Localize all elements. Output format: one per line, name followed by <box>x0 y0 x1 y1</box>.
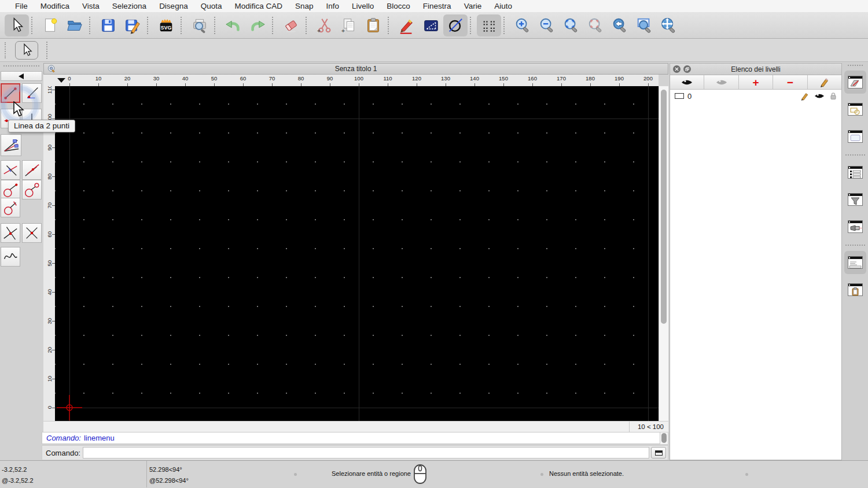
menu-item[interactable]: Aiuto <box>488 2 518 10</box>
hide-all-layers-button[interactable] <box>704 75 738 89</box>
toolbar-separator <box>306 17 308 34</box>
menu-item[interactable]: Finestra <box>417 2 458 10</box>
menu-item[interactable]: File <box>9 2 34 10</box>
measure-angle-button[interactable] <box>419 14 443 36</box>
menu-item[interactable]: Vista <box>76 2 106 10</box>
edit-pencil-icon[interactable] <box>800 92 809 101</box>
tool-cross[interactable] <box>22 223 42 243</box>
save-button[interactable] <box>96 14 120 36</box>
close-button[interactable] <box>673 65 681 73</box>
remove-layer-button[interactable]: − <box>773 75 807 89</box>
tool-relative-angle[interactable] <box>1 223 20 243</box>
zoom-redraw-icon <box>587 17 604 34</box>
select-button[interactable] <box>5 14 29 36</box>
menu-item[interactable]: Varie <box>458 2 488 10</box>
save-as-button[interactable] <box>120 14 145 36</box>
layer-visible-eye-icon[interactable] <box>814 93 825 99</box>
history-scrollbar-thumb[interactable] <box>661 433 667 443</box>
tool-tangent-point-circle[interactable] <box>1 180 20 199</box>
zoom-out-button[interactable] <box>535 14 559 36</box>
show-all-layers-button[interactable] <box>670 75 704 89</box>
redo-button[interactable] <box>245 14 270 36</box>
drawing-canvas[interactable] <box>55 86 659 421</box>
tool-orthogonal-circle[interactable] <box>1 198 20 217</box>
vruler-tick: 70 <box>43 191 55 220</box>
toolbar-handle[interactable] <box>5 42 7 58</box>
freehand-icon <box>2 248 19 265</box>
menu-item[interactable]: Disegna <box>153 2 194 10</box>
dock-command-line-button[interactable] <box>844 251 866 274</box>
palette-back-button[interactable] <box>1 71 42 81</box>
entity-list-window-icon <box>848 166 863 179</box>
float-button[interactable] <box>683 65 691 73</box>
edit-layer-button[interactable] <box>808 75 841 89</box>
copy-button[interactable]: + <box>337 14 361 36</box>
delete-button[interactable] <box>279 14 303 36</box>
svg-export-button[interactable]: SVG <box>154 14 178 36</box>
tool-tangent-two-circles[interactable] <box>22 180 42 199</box>
dock-library-browser-button[interactable] <box>844 125 866 148</box>
dock-layer-list-button[interactable] <box>844 71 866 94</box>
dock-block-list-button[interactable] <box>844 98 866 121</box>
eraser-icon <box>282 17 300 34</box>
tool-line-2-points[interactable] <box>1 83 20 103</box>
workspace: Linea da 2 punti Senza titolo 1 01020304… <box>0 62 868 460</box>
layer-list-window-icon <box>848 76 863 88</box>
tool-freehand[interactable] <box>1 247 20 267</box>
palette-handle[interactable] <box>3 65 39 67</box>
zoom-in-icon <box>514 17 531 34</box>
lock-icon[interactable] <box>830 92 837 100</box>
grid-toggle[interactable] <box>477 14 501 36</box>
paste-button[interactable] <box>361 14 385 36</box>
window-icon <box>655 450 663 456</box>
zoom-in-button[interactable] <box>510 14 535 36</box>
menu-item[interactable]: Livello <box>345 2 380 10</box>
dock-clipboard-button[interactable] <box>844 278 866 301</box>
draft-mode-toggle[interactable] <box>443 14 468 36</box>
toolbar-separator <box>46 42 49 59</box>
dock-handle[interactable] <box>848 65 863 66</box>
tool-line-bisector[interactable] <box>1 134 21 156</box>
cut-button[interactable]: + <box>312 14 337 36</box>
menu-item[interactable]: Quota <box>194 2 229 10</box>
zoom-auto-button[interactable] <box>559 14 583 36</box>
hruler-tick: 80 <box>286 75 315 86</box>
open-button[interactable] <box>62 14 87 36</box>
dock-filter-button[interactable] <box>844 188 866 211</box>
hruler-tick: 130 <box>431 75 460 86</box>
zoom-window-button[interactable] <box>632 14 656 36</box>
cursor-arrow-icon <box>8 17 25 34</box>
dock-entity-list-button[interactable] <box>844 161 866 184</box>
add-layer-button[interactable]: + <box>739 75 773 89</box>
tool-line-parallel[interactable] <box>22 160 42 180</box>
select-category-button[interactable] <box>15 41 38 60</box>
zoom-pan-button[interactable] <box>656 14 681 36</box>
command-dock-button[interactable] <box>651 447 666 459</box>
menu-item[interactable]: Modifica CAD <box>228 2 289 10</box>
pen-button[interactable] <box>395 14 419 36</box>
command-history: Comando: linemenu <box>42 432 660 444</box>
history-scrollbar[interactable] <box>660 432 668 444</box>
vruler-tick: 80 <box>43 162 55 191</box>
menu-item[interactable]: Seleziona <box>106 2 153 10</box>
menu-item[interactable]: Blocco <box>380 2 417 10</box>
zoom-redraw-button[interactable] <box>583 14 608 36</box>
menu-item[interactable]: Info <box>320 2 346 10</box>
command-input[interactable] <box>83 447 649 459</box>
zoom-previous-button[interactable] <box>608 14 632 36</box>
layer-color-swatch[interactable] <box>675 93 684 99</box>
new-document-button[interactable] <box>38 14 62 36</box>
menu-item[interactable]: Modifica <box>34 2 76 10</box>
relative-coordinates: @-3.2,52.2 <box>2 477 34 484</box>
vertical-scrollbar[interactable] <box>659 86 668 421</box>
layer-row[interactable]: 0 <box>670 90 841 102</box>
undo-button[interactable] <box>221 14 245 36</box>
document-title-bar[interactable]: Senza titolo 1 <box>43 63 668 75</box>
block-list-window-icon <box>848 103 863 116</box>
vertical-scrollbar-thumb[interactable] <box>661 90 667 324</box>
dock-pen-wizard-button[interactable] <box>844 215 866 238</box>
menu-item[interactable]: Snap <box>289 2 320 10</box>
print-preview-button[interactable] <box>187 14 212 36</box>
tool-line-orthogonal[interactable] <box>1 160 20 180</box>
tool-line-angle[interactable] <box>22 83 42 103</box>
